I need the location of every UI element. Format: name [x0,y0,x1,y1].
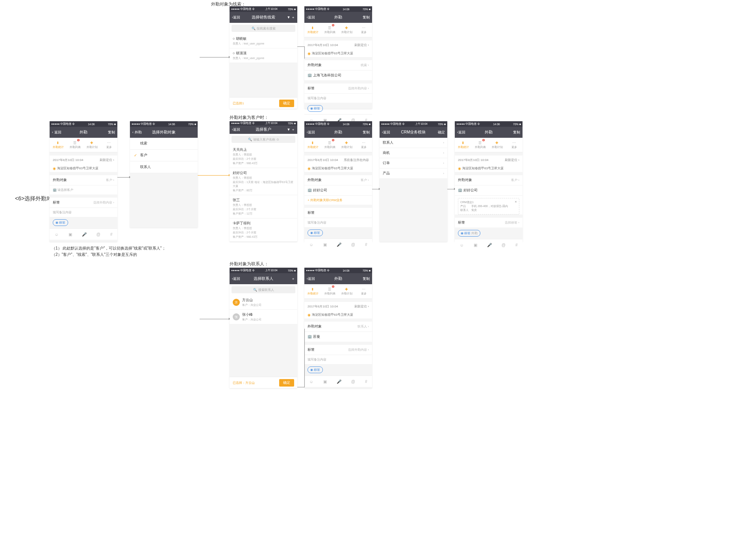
list-item[interactable]: 方方云山客户：兴业公司 [230,295,297,310]
confirm-button[interactable]: 确定 [279,100,294,107]
arrow-a-b [117,177,130,178]
label-contact-scenario: 外勤对象为联系人： [230,261,269,267]
target-type[interactable]: 客户 › [106,178,114,182]
list-item[interactable]: 张张小峰客户：兴业公司 [230,310,297,324]
list-item[interactable]: 张三负责人：李想想最后拜访：2个月前客户资产：12万 [230,195,297,218]
confirm-button[interactable]: 确定 [434,130,445,135]
filter-icon[interactable]: ▼ [287,128,291,131]
list-item[interactable]: 好好公司负责人：李想想最后拜访：1天前 地址：海淀区知春路甲63号卫星大厦客户资… [230,168,297,195]
back-button[interactable]: ‹ 返回 [52,130,63,135]
arrow-b-customer [198,175,230,176]
filter-icon[interactable]: ▼ [287,15,291,19]
phone-select-target-type: ●●●●● 中国电信 令14:0670% ■ ‹ 外勤 选择外勤对象 线索 ✓客… [130,121,198,228]
refresh-location[interactable]: 刷新定位 › [100,158,114,162]
tab-stat[interactable]: ⬍外勤统计 [50,138,67,152]
status-bar: ●●●●● 中国电信 令14:0670% ■ [50,121,117,127]
list-item[interactable]: ○ 胡顶顶负责人：test_user_pgone [230,48,297,63]
list-item[interactable]: ○ 胡晓敏负责人：test_user_pgone [230,34,297,48]
option-lead[interactable]: 线索 [130,138,198,150]
search-input[interactable]: 🔍 请输入客户名称 ⊙ [232,136,295,143]
content-placeholder[interactable]: 填写备注内容 [53,210,72,215]
crm-option[interactable]: 产品› [380,168,447,178]
arrow-crm-final [447,189,455,189]
confirm-button[interactable]: 确定 [279,379,294,387]
nav-title: 选择外勤对象 [152,130,176,135]
phone-select-contact: ●●●●● 中国电信 令上午10:0470% ■ ‹返回选择联系人＋ 🔍 搜索联… [230,268,297,388]
hash-icon[interactable]: # [110,232,113,237]
add-icon[interactable]: ＋ [291,15,295,19]
nav-action[interactable]: 复制 [104,130,115,135]
emoji-icon[interactable]: ☺ [55,232,59,237]
label-customer-scenario: 外勤对象为客户时： [230,115,269,120]
pin-icon: ◉ [53,167,56,170]
phone-outwork-contact: ●●●●● 中国电信 令14:0670% ■ ‹返回外勤复制 ⬍外勤统计☰9外勤… [304,268,372,388]
remark-action[interactable]: 选择外勤内容 › [93,200,114,205]
add-icon[interactable]: ＋ [284,276,295,281]
search-input[interactable]: 🔍 搜索联系人 [232,286,295,293]
arrow-customer-crm [372,189,380,189]
search-input[interactable]: 🔍 按线索名搜索 [232,25,295,32]
address: 海淀区知春路甲63号卫星大厦 [57,166,98,170]
at-icon[interactable]: @ [96,232,100,237]
arrow-contact-to-outwork [297,329,305,387]
option-customer[interactable]: ✓客户 [130,150,198,161]
tab-more[interactable]: ⋯更多 [100,138,117,152]
mic-icon[interactable]: 🎤 [82,232,87,237]
nav-title: 选择销售线索 [252,15,275,20]
arrow-lead-to-outwork [297,46,305,59]
close-icon[interactable]: ✕ [515,200,517,204]
list-item[interactable]: 天天向上负责人：李想想最后拜访：2个月前客户资产：980.43万 [230,145,297,168]
nav-title: 外勤 [80,130,87,135]
add-icon[interactable]: ＋ [291,128,295,131]
selected-contact: 已选择：方云山 [233,381,255,385]
phone-outwork-customer: ●●●●● 中国电信 令14:0670% ■ ‹返回外勤复制 ⬍外勤统计☰9外勤… [304,121,372,242]
selected-count: 已选择1 [233,101,244,105]
crm-option[interactable]: 商机› [380,148,447,158]
camera-icon[interactable]: ▣ [69,232,72,237]
nav-bar: ‹ 返回 外勤 复制 [50,127,117,138]
phone-outwork-lead: ●●●●● 中国电信 令14:0670% ■ ‹返回外勤复制 ⬍外勤统计☰9外勤… [304,6,372,109]
tab-bar: ⬍外勤统计 ☰9外勤列表 ✚外勤计划 ⋯更多 [50,138,117,152]
option-contact[interactable]: 联系人 [130,161,198,173]
target-placeholder[interactable]: 🏢 请选择客户 [53,188,73,192]
crm-card: CRM信息1✕ 产品 手机 200-400，对接报告-国内 联系人 安庆 [458,198,519,215]
add-crm-link[interactable]: + 外勤对象关联CRM业务 [304,196,372,205]
back-button[interactable]: ‹返回 [307,15,318,20]
target-value[interactable]: 🏢 上海飞洛科技公司 [308,73,341,78]
phone-outwork-customer-crm: ●●●●● 中国电信 令14:0670% ■ ‹返回外勤复制 ⬍外勤统计☰9外勤… [455,121,523,242]
back-button[interactable]: ‹返回 [232,127,243,132]
crm-option[interactable]: 订单› [380,158,447,168]
tab-plan[interactable]: ✚外勤计划 [83,138,100,152]
tag-chip[interactable]: ◉ 标签 [53,219,68,226]
crm-option[interactable]: 联系人› [380,138,447,148]
back-button[interactable]: ‹ 外勤 [132,130,143,135]
notes: （1） 此处默认选择的是"客户"，可以切换选择"线索"或"联系人"； （2）"客… [52,245,166,258]
toolbar: ☺▣🎤@# [50,228,117,240]
arrow-to-contact [200,319,230,319]
phone-outwork-initial: ●●●●● 中国电信 令14:0670% ■ ‹ 返回 外勤 复制 ⬍外勤统计 … [50,121,117,242]
phone-crm-template: ●●●●● 中国电信 令上午10:0470% ■ ‹返回CRM业务模块确定 联系… [380,121,447,242]
remark-label: 标签 [53,200,60,205]
phone-select-lead: ●●●●● 中国电信 令上午10:0470% ■ ‹返回 选择销售线索 ▼ ＋ … [230,6,297,109]
arrow-to-lead [200,57,230,57]
back-button[interactable]: ‹返回 [232,15,243,20]
list-item[interactable]: 卡萨丁得利负责人：李想想最后拜访：2个月前客户资产：980.43万 [230,218,297,242]
datetime: 2017年8月10日 10:04 [53,158,83,162]
tab-list[interactable]: ☰9外勤列表 [67,138,83,152]
phone-select-customer: ●●●●● 中国电信 令上午10:0470% ■ ‹返回选择客户▼ ＋ 🔍 请输… [230,121,297,242]
target-label: 外勤对象 [53,178,67,183]
